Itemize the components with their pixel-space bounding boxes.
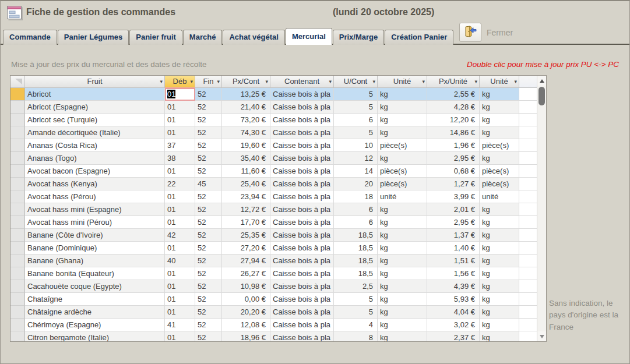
cell-unite[interactable]: pièce(s) xyxy=(378,165,427,178)
cell-u_cont[interactable]: 4 xyxy=(334,319,378,331)
cell-deb[interactable]: 42 xyxy=(165,229,195,242)
row-selector[interactable] xyxy=(10,229,25,242)
cell-deb[interactable]: 41 xyxy=(165,319,195,331)
table-row[interactable]: Abricot sec (Turquie)015273,20 €Caisse b… xyxy=(10,114,537,126)
cell-px_cont[interactable]: 26,27 € xyxy=(222,267,270,280)
cell-unite2[interactable]: kg xyxy=(480,216,519,229)
tab-panier-legumes[interactable]: Panier Légumes xyxy=(58,30,129,45)
cell-px_cont[interactable]: 17,70 € xyxy=(222,216,270,229)
cell-px_cont[interactable]: 74,30 € xyxy=(222,126,270,139)
cell-deb[interactable]: 01 xyxy=(165,242,195,255)
cell-u_cont[interactable]: 12 xyxy=(334,152,378,165)
cell-deb[interactable]: 37 xyxy=(165,139,195,152)
row-selector[interactable] xyxy=(10,178,25,190)
cell-deb[interactable]: 22 xyxy=(165,178,195,190)
cell-u_cont[interactable]: 10 xyxy=(334,139,378,152)
sort-dropdown-icon[interactable]: ▾ xyxy=(514,76,517,87)
row-selector[interactable] xyxy=(10,319,25,331)
cell-fruit[interactable]: Chataîgne xyxy=(25,293,165,306)
select-all-corner[interactable] xyxy=(10,76,25,88)
cell-deb[interactable]: 01 xyxy=(165,88,195,101)
cell-deb[interactable]: 38 xyxy=(165,152,195,165)
cell-deb[interactable]: 01 xyxy=(165,267,195,280)
cell-unite2[interactable]: kg xyxy=(480,306,519,319)
cell-fin[interactable]: 52 xyxy=(195,280,222,293)
cell-contenant[interactable]: Caisse bois à pla xyxy=(270,255,334,267)
col-header-u_cont[interactable]: U/Cont▾ xyxy=(334,76,378,88)
scrollbar-thumb[interactable] xyxy=(539,87,545,105)
cell-contenant[interactable]: Caisse bois à pla xyxy=(270,190,334,203)
col-header-px_unite[interactable]: Px/Unité▾ xyxy=(427,76,480,88)
cell-px_cont[interactable]: 21,40 € xyxy=(222,101,270,114)
tab-marche[interactable]: Marché xyxy=(183,30,223,45)
cell-unite2[interactable]: kg xyxy=(480,319,519,331)
vertical-scrollbar[interactable] xyxy=(537,76,546,341)
cell-deb[interactable]: 40 xyxy=(165,255,195,267)
table-row[interactable]: Ananas (Costa Rica)375219,60 €Caisse boi… xyxy=(10,139,537,152)
sort-dropdown-icon[interactable]: ▾ xyxy=(329,76,332,87)
cell-unite2[interactable]: pièce(s) xyxy=(480,165,519,178)
cell-unite2[interactable]: pièce(s) xyxy=(480,139,519,152)
cell-contenant[interactable]: Caisse bois à pla xyxy=(270,293,334,306)
cell-px_cont[interactable]: 35,40 € xyxy=(222,152,270,165)
cell-unite[interactable]: kg xyxy=(378,293,427,306)
cell-u_cont[interactable]: 2,5 xyxy=(334,280,378,293)
row-selector[interactable] xyxy=(10,88,25,101)
cell-px_cont[interactable]: 73,20 € xyxy=(222,114,270,126)
cell-u_cont[interactable]: 5 xyxy=(334,126,378,139)
cell-px_unite[interactable]: 0,68 € xyxy=(427,165,480,178)
cell-fruit[interactable]: Abricot (Espagne) xyxy=(25,101,165,114)
cell-fruit[interactable]: Avocat hass mini (Espagne) xyxy=(25,203,165,216)
cell-u_cont[interactable]: 14 xyxy=(334,165,378,178)
table-row[interactable]: Chataîgne01520,00 €Caisse bois à pla5kg5… xyxy=(10,293,537,306)
cell-fruit[interactable]: Cacahouète coque (Egypte) xyxy=(25,280,165,293)
cell-px_cont[interactable]: 27,94 € xyxy=(222,255,270,267)
cell-fin[interactable]: 52 xyxy=(195,306,222,319)
cell-px_cont[interactable]: 25,40 € xyxy=(222,178,270,190)
table-row[interactable]: Banane (Côte d'Ivoire)425225,35 €Caisse … xyxy=(10,229,537,242)
cell-unite[interactable]: kg xyxy=(378,255,427,267)
cell-fruit[interactable]: Banane bonita (Equateur) xyxy=(25,267,165,280)
cell-u_cont[interactable]: 18,5 xyxy=(334,255,378,267)
cell-u_cont[interactable]: 18 xyxy=(334,190,378,203)
cell-contenant[interactable]: Caisse bois à pla xyxy=(270,267,334,280)
cell-contenant[interactable]: Caisse bois à pla xyxy=(270,306,334,319)
row-selector[interactable] xyxy=(10,190,25,203)
cell-px_unite[interactable]: 4,39 € xyxy=(427,280,480,293)
sort-dropdown-icon[interactable]: ▾ xyxy=(422,76,425,87)
cell-u_cont[interactable]: 18,5 xyxy=(334,267,378,280)
cell-fruit[interactable]: Banane (Ghana) xyxy=(25,255,165,267)
cell-u_cont[interactable]: 5 xyxy=(334,88,378,101)
cell-fin[interactable]: 52 xyxy=(195,293,222,306)
table-row[interactable]: Avocat hass (Pérou)015223,94 €Caisse boi… xyxy=(10,190,537,203)
cell-px_cont[interactable]: 13,25 € xyxy=(222,88,270,101)
cell-fruit[interactable]: Abricot xyxy=(25,88,165,101)
table-row[interactable]: Cacahouète coque (Egypte)015210,98 €Cais… xyxy=(10,280,537,293)
cell-unite[interactable]: pièce(s) xyxy=(378,139,427,152)
cell-px_cont[interactable]: 12,08 € xyxy=(222,319,270,331)
table-row[interactable]: Amande décortiquée (Italie)015274,30 €Ca… xyxy=(10,126,537,139)
cell-fruit[interactable]: Avocat hass mini (Pérou) xyxy=(25,216,165,229)
cell-px_unite[interactable]: 2,37 € xyxy=(427,331,480,341)
cell-fin[interactable]: 52 xyxy=(195,216,222,229)
cell-unite[interactable]: kg xyxy=(378,280,427,293)
cell-fin[interactable]: 52 xyxy=(195,139,222,152)
cell-contenant[interactable]: Caisse bois à pla xyxy=(270,126,334,139)
cell-fin[interactable]: 52 xyxy=(195,229,222,242)
cell-px_cont[interactable]: 27,20 € xyxy=(222,242,270,255)
cell-px_unite[interactable]: 1,27 € xyxy=(427,178,480,190)
cell-px_unite[interactable]: 2,55 € xyxy=(427,88,480,101)
row-selector[interactable] xyxy=(10,216,25,229)
cell-u_cont[interactable]: 20 xyxy=(334,178,378,190)
tab-prix-marge[interactable]: Prix/Marge xyxy=(333,30,384,45)
cell-deb[interactable]: 01 xyxy=(165,101,195,114)
table-row[interactable]: Avocat hass (Kenya)224525,40 €Caisse boi… xyxy=(10,178,537,190)
cell-fin[interactable]: 52 xyxy=(195,203,222,216)
cell-unite2[interactable]: kg xyxy=(480,203,519,216)
cell-px_unite[interactable]: 4,28 € xyxy=(427,101,480,114)
row-selector[interactable] xyxy=(10,101,25,114)
cell-deb[interactable]: 01 xyxy=(165,203,195,216)
cell-unite[interactable]: kg xyxy=(378,229,427,242)
cell-unite[interactable]: kg xyxy=(378,216,427,229)
cell-px_unite[interactable]: 1,37 € xyxy=(427,229,480,242)
